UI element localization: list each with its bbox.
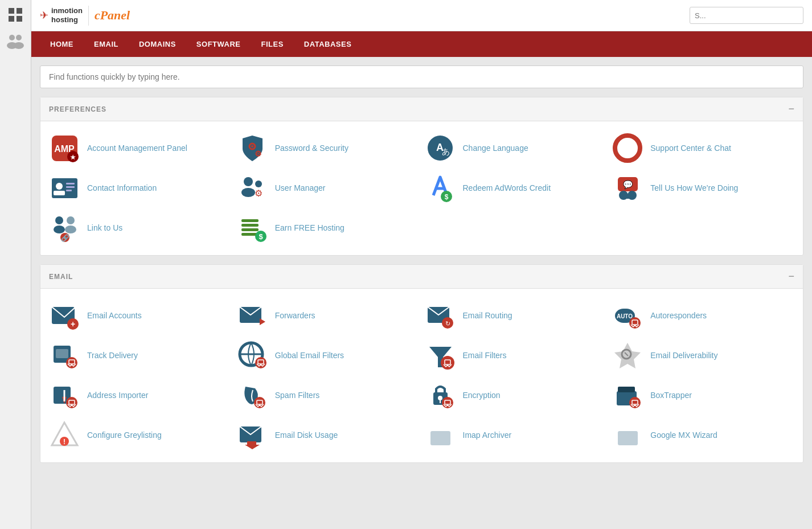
item-encryption[interactable]: Encryption — [425, 380, 607, 411]
preferences-section-body: AMP ★ Account Management Panel — [40, 121, 803, 255]
item-support-center-label: Support Center & Chat — [650, 143, 731, 153]
svg-rect-88 — [618, 387, 635, 392]
item-forwarders-label: Forwarders — [275, 310, 315, 321]
item-google-mx-wizard[interactable]: Google MX Wizard — [612, 420, 794, 451]
svg-point-85 — [442, 397, 453, 408]
item-email-deliverability[interactable]: Email Deliverability — [612, 340, 794, 371]
item-user-manager[interactable]: ⚙ User Manager — [237, 173, 419, 204]
support-center-icon — [612, 133, 643, 164]
logo-area: ✈ inmotion hosting cPanel — [40, 6, 130, 26]
item-configure-greylisting[interactable]: ! Configure Greylisting — [49, 420, 231, 451]
email-section-title: EMAIL — [49, 273, 73, 281]
configure-greylisting-icon: ! — [49, 420, 80, 451]
svg-rect-45 — [241, 228, 259, 231]
sidebar-users-icon[interactable] — [5, 31, 26, 51]
change-language-icon: A あ — [425, 133, 456, 164]
email-items-grid: + Email Accounts — [49, 300, 794, 451]
item-email-routing-label: Email Routing — [463, 310, 512, 321]
item-address-importer-label: Address Importer — [87, 390, 148, 400]
nav-databases[interactable]: DATABASES — [294, 31, 362, 57]
svg-rect-0 — [9, 8, 14, 14]
svg-rect-62 — [56, 349, 68, 358]
svg-point-13 — [251, 145, 253, 147]
inmotion-logo: ✈ inmotion hosting — [40, 6, 83, 24]
email-collapse-button[interactable]: − — [788, 270, 794, 282]
preferences-collapse-button[interactable]: − — [788, 103, 794, 115]
item-email-disk-usage-label: Email Disk Usage — [275, 430, 338, 440]
svg-point-38 — [54, 225, 65, 233]
item-support-center[interactable]: Support Center & Chat — [612, 133, 794, 164]
svg-point-40 — [65, 225, 76, 233]
svg-text:AUTO: AUTO — [617, 313, 633, 319]
svg-point-89 — [629, 397, 641, 408]
item-password-security-label: Password & Security — [275, 143, 348, 153]
email-routing-icon: ↻ — [425, 300, 456, 331]
header-search-input[interactable] — [690, 7, 803, 24]
svg-point-4 — [9, 35, 15, 40]
item-email-accounts[interactable]: + Email Accounts — [49, 300, 231, 331]
item-address-importer[interactable]: Address Importer — [49, 380, 231, 411]
svg-marker-53 — [260, 318, 265, 325]
item-global-email-filters[interactable]: Global Email Filters — [237, 340, 419, 371]
track-delivery-icon — [49, 340, 80, 371]
item-imap-archiver[interactable]: Imap Archiver — [425, 420, 607, 451]
svg-rect-3 — [17, 16, 22, 22]
nav-files[interactable]: FILES — [251, 31, 294, 57]
svg-rect-24 — [66, 190, 72, 191]
item-boxtrapper[interactable]: BoxTrapper — [612, 380, 794, 411]
item-email-filters-label: Email Filters — [463, 350, 507, 360]
header: ✈ inmotion hosting cPanel — [31, 0, 812, 31]
svg-rect-21 — [54, 191, 65, 195]
svg-text:$: $ — [259, 232, 263, 241]
item-email-deliverability-label: Email Deliverability — [650, 350, 717, 360]
item-adwords[interactable]: $ Redeem AdWords Credit — [425, 173, 607, 204]
function-search-bar[interactable] — [40, 65, 803, 88]
item-autoresponders[interactable]: AUTO Autoresponders — [612, 300, 794, 331]
svg-point-37 — [55, 216, 63, 224]
item-account-management[interactable]: AMP ★ Account Management Panel — [49, 133, 231, 164]
amp-icon: AMP ★ — [49, 133, 80, 164]
item-change-language[interactable]: A あ Change Language — [425, 133, 607, 164]
nav-home[interactable]: HOME — [40, 31, 84, 57]
item-link-to-us-label: Link to Us — [87, 223, 122, 233]
item-feedback[interactable]: 💬 Tell Us How We're Doing — [612, 173, 794, 204]
address-importer-icon — [49, 380, 80, 411]
item-earn-hosting[interactable]: $ Earn FREE Hosting — [237, 212, 419, 244]
nav-software[interactable]: SOFTWARE — [186, 31, 251, 57]
google-mx-wizard-icon — [612, 420, 643, 451]
item-email-disk-usage[interactable]: Email Disk Usage — [237, 420, 419, 451]
item-link-to-us[interactable]: 🔗 Link to Us — [49, 212, 231, 244]
item-spam-filters[interactable]: Spam Filters — [237, 380, 419, 411]
svg-point-26 — [241, 188, 255, 197]
svg-point-78 — [66, 397, 77, 408]
item-email-filters[interactable]: Email Filters — [425, 340, 607, 371]
email-section: EMAIL − + E — [40, 264, 803, 463]
item-password-security[interactable]: ⚙ Password & Security — [237, 133, 419, 164]
svg-point-39 — [67, 216, 75, 224]
nav-domains[interactable]: DOMAINS — [129, 31, 186, 57]
item-earn-hosting-label: Earn FREE Hosting — [275, 223, 345, 233]
function-search-input[interactable] — [49, 72, 794, 81]
svg-text:🔗: 🔗 — [61, 233, 69, 242]
svg-rect-23 — [66, 186, 75, 188]
spam-filters-icon — [237, 380, 268, 411]
svg-point-83 — [438, 396, 442, 400]
item-track-delivery[interactable]: Track Delivery — [49, 340, 231, 371]
sidebar-grid-icon[interactable] — [5, 5, 26, 25]
svg-text:+: + — [71, 319, 75, 329]
item-email-routing[interactable]: ↻ Email Routing — [425, 300, 607, 331]
svg-text:あ: あ — [442, 147, 450, 156]
email-disk-usage-icon — [237, 420, 268, 451]
logo-text: inmotion hosting — [51, 6, 83, 24]
item-contact-info[interactable]: Contact Information — [49, 173, 231, 204]
email-deliverability-icon — [612, 340, 643, 371]
item-encryption-label: Encryption — [463, 390, 501, 400]
svg-text:$: $ — [444, 193, 448, 201]
item-forwarders[interactable]: Forwarders — [237, 300, 419, 331]
svg-text:★: ★ — [70, 154, 76, 161]
nav-email[interactable]: EMAIL — [84, 31, 129, 57]
item-user-manager-label: User Manager — [275, 183, 326, 193]
item-adwords-label: Redeem AdWords Credit — [463, 183, 551, 193]
item-email-accounts-label: Email Accounts — [87, 310, 142, 321]
preferences-section-title: PREFERENCES — [49, 105, 106, 113]
